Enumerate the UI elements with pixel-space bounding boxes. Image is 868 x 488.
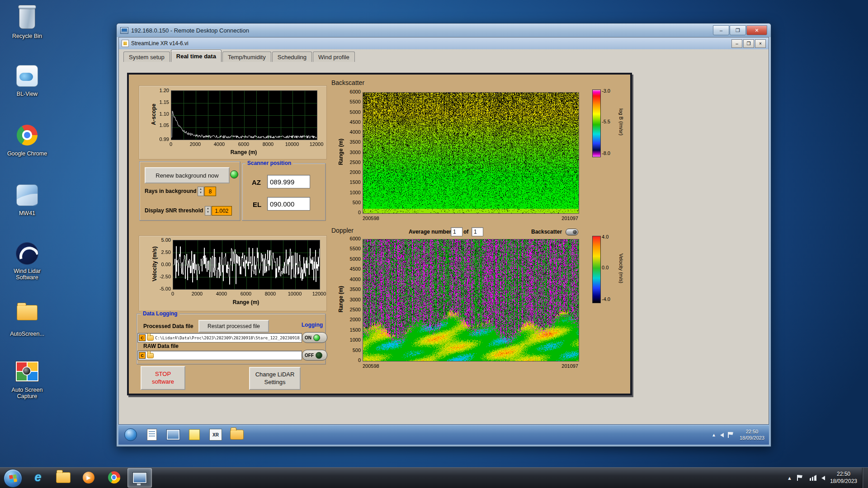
processed-data-file-field[interactable]: C C:\LidarA\Data\Proc\2023\202309\202309… — [137, 333, 302, 343]
y-tick-label: 2500 — [345, 160, 361, 165]
taskbar-explorer-button[interactable] — [52, 468, 75, 487]
taskbar-clock[interactable]: 22:50 18/09/2023 — [830, 471, 857, 485]
remote-clock[interactable]: 22:50 18/09/2023 — [740, 428, 764, 441]
tab-system-setup[interactable]: System setup — [123, 52, 170, 62]
average-count-field[interactable]: 1 — [472, 227, 483, 236]
y-tick-label: 1.20 — [150, 88, 169, 93]
az-label: AZ — [252, 178, 261, 186]
scanner-position-groupbox — [242, 163, 326, 221]
x-tick-label: 6000 — [236, 291, 256, 296]
raw-logging-toggle[interactable]: OFF — [302, 350, 327, 361]
desktop-icon-mw41[interactable]: MW41 — [5, 183, 50, 216]
bl-view-icon — [15, 65, 39, 89]
tab-scheduling[interactable]: Scheduling — [272, 52, 312, 62]
desktop-icon-autoscreen[interactable]: AutoScreen... — [5, 300, 50, 337]
start-button[interactable] — [4, 469, 22, 488]
restart-processed-file-button[interactable]: Restart processed file — [198, 320, 269, 333]
desktop-icon-wind-lidar[interactable]: Wind Lidar Software — [5, 241, 50, 281]
app-close-button[interactable]: × — [755, 39, 766, 48]
raw-data-file-field[interactable]: C — [137, 351, 302, 360]
taskbar-internet-explorer-button[interactable]: e — [26, 468, 50, 487]
remote-taskbar-streamline-xr-icon[interactable]: XR — [208, 428, 223, 441]
average-number-field[interactable]: 1 — [451, 227, 462, 236]
stop-software-button[interactable]: STOP software — [141, 366, 185, 390]
az-value-field[interactable]: 089.999 — [267, 175, 310, 188]
y-tick-label: 4500 — [345, 266, 361, 272]
x-tick-label: 2000 — [187, 291, 207, 296]
backscatter-toggle[interactable] — [566, 229, 578, 235]
remote-taskbar-notepad-icon[interactable] — [144, 428, 160, 441]
taskbar-chrome-button[interactable] — [102, 468, 126, 487]
remote-taskbar-notes-icon[interactable] — [187, 428, 202, 441]
tray-volume-icon[interactable] — [821, 476, 825, 480]
folder-icon — [56, 472, 71, 483]
processed-logging-toggle[interactable]: ON — [302, 332, 327, 343]
y-tick-label: 5000 — [345, 256, 361, 262]
y-tick-label: 1.05 — [150, 122, 169, 128]
rdp-minimize-button[interactable]: – — [713, 25, 729, 35]
y-tick-label: 0 — [345, 357, 361, 363]
x-tick-label: 0 — [161, 141, 181, 147]
y-tick-label: 3000 — [345, 150, 361, 155]
rays-value-box[interactable]: 8 — [204, 187, 216, 196]
rdp-monitor-icon — [133, 473, 146, 483]
y-tick-label: 3500 — [345, 286, 361, 292]
y-tick-label: 2.50 — [150, 249, 171, 255]
tab-real-time-data[interactable]: Real time data — [171, 50, 222, 62]
renew-background-led — [230, 170, 238, 178]
app-minimize-button[interactable]: – — [731, 39, 742, 48]
desktop-icon-recycle-bin[interactable]: Recycle Bin — [5, 5, 50, 39]
tray-network-icon[interactable] — [810, 475, 816, 481]
backscatter-y-axis-label: Range (m) — [338, 131, 344, 172]
tab-temp-humidity[interactable]: Temp/humidity — [222, 52, 271, 62]
remote-tray-expand-icon[interactable]: ▲ — [712, 432, 716, 437]
rdp-close-button[interactable]: ✕ — [746, 25, 767, 35]
remote-tray-volume-icon[interactable] — [720, 433, 724, 437]
y-tick-label: 3000 — [345, 297, 361, 302]
browse-folder-icon[interactable] — [147, 335, 154, 341]
remote-taskbar-explorer-icon[interactable] — [229, 428, 245, 441]
y-tick-label: 5.00 — [150, 237, 171, 243]
desktop-icon-auto-screen-capture[interactable]: Auto Screen Capture — [5, 358, 50, 400]
app-titlebar[interactable]: StreamLine XR v14-6.vi – ❐ × — [119, 38, 769, 50]
tray-action-center-icon[interactable] — [797, 475, 805, 481]
y-tick-label: -2.50 — [150, 274, 171, 279]
renew-background-button[interactable]: Renew background now — [145, 167, 230, 183]
tray-expand-icon[interactable]: ▲ — [787, 475, 792, 481]
y-tick-label: 2000 — [345, 169, 361, 175]
snr-spinner[interactable]: ▲▼ — [205, 206, 211, 216]
wind-lidar-icon — [15, 242, 39, 267]
el-value-field[interactable]: 090.000 — [267, 197, 310, 211]
desktop-icon-label: Auto Screen Capture — [5, 387, 50, 400]
snr-value-box[interactable]: 1.002 — [212, 206, 232, 216]
tab-wind-profile[interactable]: Wind profile — [313, 52, 355, 62]
chrome-icon — [108, 471, 120, 483]
desktop-icon-bl-view[interactable]: BL-View — [5, 63, 50, 97]
time-axis-end: 201097 — [551, 363, 578, 369]
processed-file-path: C:\LidarA\Data\Proc\2023\202309\20230918… — [155, 336, 302, 340]
colorbar-tick: -8.0 — [602, 150, 610, 156]
desktop: Recycle Bin BL-View Google Chrome MW41 W… — [0, 0, 868, 488]
show-desktop-button[interactable] — [862, 468, 868, 488]
remote-taskbar-browser-icon[interactable] — [123, 428, 138, 441]
app-restore-button[interactable]: ❐ — [743, 39, 754, 48]
rdp-window-icon — [120, 27, 128, 34]
rays-spinner[interactable]: ▲▼ — [198, 187, 204, 196]
desktop-icon-label: AutoScreen... — [5, 331, 50, 337]
rdp-client-area: StreamLine XR v14-6.vi – ❐ × System setu… — [118, 37, 769, 445]
remote-taskbar-monitor-icon[interactable] — [165, 428, 181, 441]
desktop-icon-google-chrome[interactable]: Google Chrome — [5, 123, 50, 157]
logging-label: Logging — [300, 322, 325, 328]
rdp-maximize-button[interactable]: ❐ — [730, 25, 746, 35]
change-lidar-settings-button[interactable]: Change LiDAR Settings — [249, 367, 301, 390]
snr-threshold-label: Display SNR threshold — [145, 207, 203, 214]
browse-folder-icon[interactable] — [147, 353, 154, 358]
taskbar-media-player-button[interactable]: ▶ — [77, 468, 100, 487]
rdp-window-title: 192.168.0.150 - Remote Desktop Connectio… — [131, 27, 249, 34]
time-axis-end: 201097 — [551, 216, 578, 221]
remote-tray-flag-icon[interactable] — [728, 432, 736, 438]
taskbar-rdp-button[interactable] — [127, 468, 152, 488]
windows-flag-icon — [9, 474, 17, 482]
desktop-icon-label: Recycle Bin — [5, 33, 50, 39]
rdp-titlebar[interactable]: 192.168.0.150 - Remote Desktop Connectio… — [117, 23, 771, 37]
